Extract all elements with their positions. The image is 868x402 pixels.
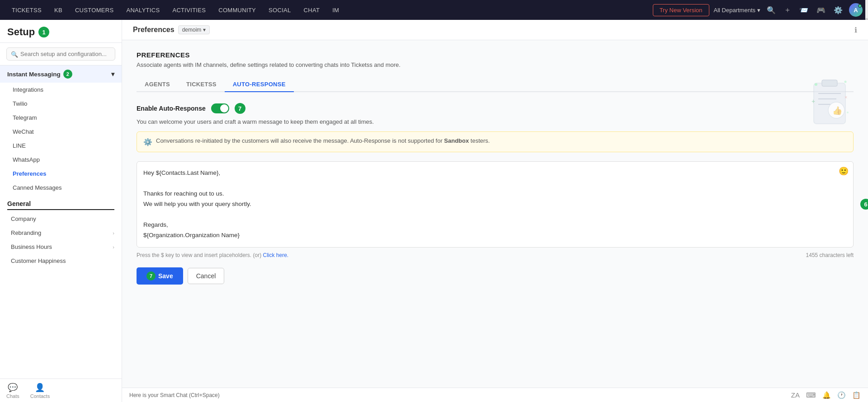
- sidebar-item-whatsapp[interactable]: WhatsApp: [0, 153, 122, 167]
- cancel-button[interactable]: Cancel: [188, 268, 225, 284]
- plus-icon[interactable]: ＋: [782, 4, 793, 17]
- content-header-right: ℹ: [854, 26, 857, 34]
- nav-activities[interactable]: ACTIVITIES: [166, 0, 212, 20]
- badge-chevron-icon: ▾: [203, 27, 206, 33]
- try-new-version-button[interactable]: Try New Version: [653, 4, 709, 16]
- tab-auto-response[interactable]: AUTO-RESPONSE: [225, 77, 294, 92]
- search-small-icon: 🔍: [11, 51, 18, 57]
- save-button[interactable]: 7 Save: [137, 267, 183, 285]
- status-text: Here is your Smart Chat (Ctrl+Space): [129, 392, 220, 398]
- chats-icon: 💬: [8, 383, 18, 393]
- setup-badge: 1: [38, 27, 49, 37]
- svg-point-9: [847, 112, 849, 113]
- top-nav: TICKETSS KB CUSTOMERS ANALYTICS ACTIVITI…: [0, 0, 868, 20]
- nav-im[interactable]: IM: [326, 0, 345, 20]
- sidebar-search-area: 🔍: [0, 43, 122, 65]
- svg-point-7: [815, 83, 817, 86]
- nav-ticketss[interactable]: TICKETSS: [5, 0, 48, 20]
- settings-icon[interactable]: ⚙️: [832, 4, 844, 16]
- biz-hours-chevron-icon: ›: [113, 244, 114, 250]
- page-title: Preferences: [133, 26, 175, 34]
- bottom-bar: 💬 Chats 👤 Contacts: [0, 379, 122, 402]
- svg-text:+: +: [811, 98, 815, 105]
- status-notification-icon[interactable]: 🔔: [822, 391, 831, 399]
- emoji-button[interactable]: 🙂: [839, 166, 849, 176]
- tabs-row: AGENTS TICKETSS AUTO-RESPONSE: [137, 77, 854, 92]
- notifications-icon[interactable]: 📨: [797, 4, 810, 16]
- contacts-icon: 👤: [35, 383, 45, 393]
- sidebar-scroll: Instant Messaging 2 ▾ Integrations Twili…: [0, 65, 122, 379]
- nav-community[interactable]: COMMUNITY: [212, 0, 262, 20]
- svg-rect-1: [822, 80, 837, 86]
- nav-chat[interactable]: CHAT: [297, 0, 326, 20]
- status-keyboard-icon[interactable]: ⌨: [806, 391, 816, 399]
- sidebar-item-twilio[interactable]: Twilio: [0, 97, 122, 111]
- instant-messaging-group: Instant Messaging 2 ▾ Integrations Twili…: [0, 65, 122, 195]
- sidebar-item-telegram[interactable]: Telegram: [0, 111, 122, 125]
- chars-left-count: 1455 characters left: [806, 252, 854, 258]
- nav-kb[interactable]: KB: [48, 0, 69, 20]
- message-box-wrap: Hey ${Contacts.Last Name}, Thanks for re…: [137, 161, 854, 248]
- avatar-icon[interactable]: A: [849, 3, 863, 17]
- sidebar-item-wechat[interactable]: WeChat: [0, 125, 122, 139]
- sidebar-item-canned-messages[interactable]: Canned Messages: [0, 181, 122, 195]
- nav-customers[interactable]: CUSTOMERS: [69, 0, 120, 20]
- bottom-bar-chats[interactable]: 💬 Chats: [6, 383, 19, 399]
- main-layout: Setup 1 🔍 Instant Messaging 2 ▾ Integrat…: [0, 20, 868, 402]
- sidebar-item-rebranding[interactable]: Rebranding ›: [7, 226, 114, 240]
- search-input[interactable]: [6, 47, 115, 61]
- instant-messaging-header[interactable]: Instant Messaging 2 ▾: [0, 65, 122, 83]
- game-icon[interactable]: 🎮: [815, 4, 827, 16]
- content-body: PREFERENCES Associate agents with IM cha…: [122, 40, 868, 388]
- sidebar-item-customer-happiness[interactable]: Customer Happiness: [7, 254, 114, 268]
- setup-title: Setup: [7, 26, 35, 38]
- char-hint: Press the $ key to view and insert place…: [137, 252, 854, 258]
- svg-text:👍: 👍: [832, 106, 843, 116]
- main-content: Preferences demoim ▾ ℹ PREFERENCES Assoc…: [122, 20, 868, 402]
- message-badge-6: 6: [860, 199, 868, 210]
- svg-point-8: [844, 81, 847, 83]
- placeholder-hint: Press the $ key to view and insert place…: [137, 252, 288, 258]
- status-clock-icon[interactable]: 🕐: [837, 391, 846, 399]
- top-nav-right: Try New Version All Departments ▾ 🔍 ＋ 📨 …: [653, 3, 863, 17]
- sidebar-header: Setup 1: [0, 20, 122, 43]
- instant-messaging-label: Instant Messaging: [7, 71, 61, 78]
- message-textarea[interactable]: Hey ${Contacts.Last Name}, Thanks for re…: [143, 168, 847, 241]
- sidebar-item-company[interactable]: Company: [7, 212, 114, 226]
- toggle-knob: [220, 104, 228, 112]
- online-dot: [858, 4, 862, 8]
- sidebar-item-preferences[interactable]: Preferences: [0, 167, 122, 181]
- info-box-icon: ⚙️: [143, 138, 152, 146]
- general-section-title: General: [7, 200, 114, 210]
- bottom-bar-contacts[interactable]: 👤 Contacts: [30, 383, 50, 399]
- sidebar-item-line[interactable]: LINE: [0, 139, 122, 153]
- preferences-desc: Associate agents with IM channels, defin…: [137, 61, 854, 68]
- rebranding-chevron-icon: ›: [113, 230, 114, 236]
- info-box-text: Conversations re-initiated by the custom…: [156, 137, 490, 144]
- status-bar-right: ZA ⌨ 🔔 🕐 📋: [791, 391, 861, 399]
- search-icon[interactable]: 🔍: [765, 4, 778, 16]
- tab-ticketss[interactable]: TICKETSS: [178, 77, 225, 92]
- tab-agents[interactable]: AGENTS: [137, 77, 178, 92]
- clipboard-illustration: 👍 + ×: [809, 76, 850, 126]
- department-selector[interactable]: All Departments ▾: [714, 7, 760, 14]
- nav-analytics[interactable]: ANALYTICS: [120, 0, 166, 20]
- status-lang-icon[interactable]: ZA: [791, 391, 800, 399]
- save-badge-7: 7: [146, 271, 156, 280]
- info-icon[interactable]: ℹ: [854, 26, 857, 34]
- preferences-heading: PREFERENCES: [137, 51, 854, 59]
- nav-social[interactable]: SOCIAL: [262, 0, 297, 20]
- sidebar-item-integrations[interactable]: Integrations: [0, 83, 122, 97]
- chevron-down-icon: ▾: [757, 7, 760, 14]
- sidebar-item-business-hours[interactable]: Business Hours ›: [7, 240, 114, 254]
- info-box: ⚙️ Conversations re-initiated by the cus…: [137, 131, 854, 152]
- account-badge[interactable]: demoim ▾: [178, 25, 210, 34]
- general-section: General Company Rebranding › Business Ho…: [0, 196, 122, 269]
- toggle-label: Enable Auto-Response: [137, 105, 206, 112]
- im-badge: 2: [63, 70, 72, 79]
- status-monitor-icon[interactable]: 📋: [852, 391, 861, 399]
- toggle-description: You can welcome your users and craft a w…: [137, 118, 854, 125]
- click-here-link[interactable]: Click here.: [263, 252, 288, 258]
- auto-response-section: Enable Auto-Response 7 You can welcome y…: [137, 103, 854, 285]
- auto-response-toggle[interactable]: [211, 103, 229, 113]
